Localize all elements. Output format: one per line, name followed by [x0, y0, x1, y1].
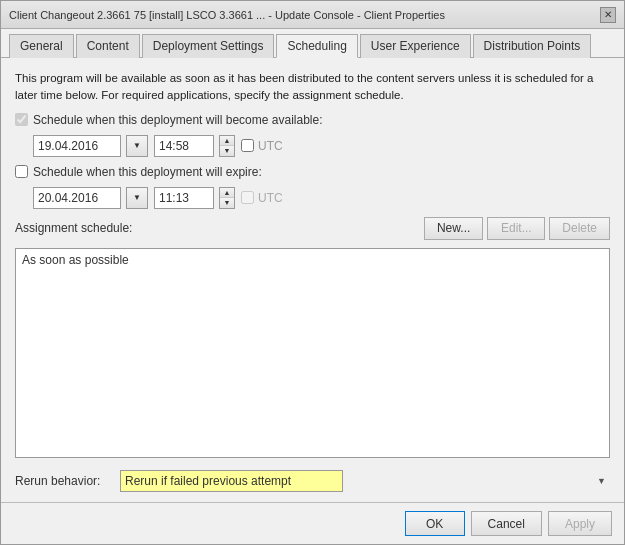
expire-time-down-icon[interactable]: ▼	[220, 198, 234, 208]
rerun-select[interactable]: Never rerun deployed program Always reru…	[120, 470, 343, 492]
expire-datetime-row: ▼ ▲ ▼ UTC	[15, 187, 610, 209]
tab-deployment-settings[interactable]: Deployment Settings	[142, 34, 275, 58]
expire-utc-label: UTC	[241, 191, 283, 205]
main-window: Client Changeout 2.3661 75 [install] LSC…	[0, 0, 625, 545]
window-title: Client Changeout 2.3661 75 [install] LSC…	[9, 9, 445, 21]
expire-schedule-label: Schedule when this deployment will expir…	[15, 165, 262, 179]
available-schedule-label: Schedule when this deployment will becom…	[15, 113, 323, 127]
available-utc-checkbox[interactable]	[241, 139, 254, 152]
expire-schedule-row: Schedule when this deployment will expir…	[15, 165, 610, 179]
delete-button[interactable]: Delete	[549, 217, 610, 240]
time-up-icon[interactable]: ▲	[220, 136, 234, 147]
available-date-dropdown[interactable]: ▼	[126, 135, 148, 157]
rerun-select-arrow-icon: ▼	[597, 476, 606, 486]
title-bar: Client Changeout 2.3661 75 [install] LSC…	[1, 1, 624, 29]
info-text: This program will be available as soon a…	[15, 70, 610, 105]
expire-time-up-icon[interactable]: ▲	[220, 188, 234, 199]
time-down-icon[interactable]: ▼	[220, 146, 234, 156]
expire-schedule-text: Schedule when this deployment will expir…	[33, 165, 262, 179]
apply-button[interactable]: Apply	[548, 511, 612, 536]
tabs-bar: General Content Deployment Settings Sche…	[1, 29, 624, 58]
expire-schedule-checkbox[interactable]	[15, 165, 28, 178]
available-schedule-row: Schedule when this deployment will becom…	[15, 113, 610, 127]
available-date-input[interactable]	[33, 135, 121, 157]
assignment-list: As soon as possible	[15, 248, 610, 459]
available-schedule-text: Schedule when this deployment will becom…	[33, 113, 323, 127]
edit-button[interactable]: Edit...	[487, 217, 545, 240]
tab-user-experience[interactable]: User Experience	[360, 34, 471, 58]
assignment-buttons: New... Edit... Delete	[424, 217, 610, 240]
available-time-input[interactable]	[154, 135, 214, 157]
tab-content[interactable]: Content	[76, 34, 140, 58]
tab-scheduling[interactable]: Scheduling	[276, 34, 357, 58]
rerun-row: Rerun behavior: Never rerun deployed pro…	[15, 470, 610, 492]
cancel-button[interactable]: Cancel	[471, 511, 542, 536]
rerun-select-wrapper: Never rerun deployed program Always reru…	[120, 470, 610, 492]
available-utc-text: UTC	[258, 139, 283, 153]
available-utc-label: UTC	[241, 139, 283, 153]
available-datetime-row: ▼ ▲ ▼ UTC	[15, 135, 610, 157]
footer-bar: OK Cancel Apply	[1, 502, 624, 544]
assignment-header: Assignment schedule: New... Edit... Dele…	[15, 217, 610, 240]
assignment-list-item: As soon as possible	[22, 253, 129, 267]
expire-time-input[interactable]	[154, 187, 214, 209]
expire-date-input[interactable]	[33, 187, 121, 209]
new-button[interactable]: New...	[424, 217, 483, 240]
assignment-label: Assignment schedule:	[15, 221, 132, 235]
expire-utc-checkbox[interactable]	[241, 191, 254, 204]
rerun-label: Rerun behavior:	[15, 474, 110, 488]
available-time-spinner[interactable]: ▲ ▼	[219, 135, 235, 157]
close-button[interactable]: ✕	[600, 7, 616, 23]
expire-date-dropdown[interactable]: ▼	[126, 187, 148, 209]
available-schedule-checkbox[interactable]	[15, 113, 28, 126]
content-area: This program will be available as soon a…	[1, 58, 624, 502]
expire-utc-text: UTC	[258, 191, 283, 205]
ok-button[interactable]: OK	[405, 511, 465, 536]
expire-time-spinner[interactable]: ▲ ▼	[219, 187, 235, 209]
tab-distribution-points[interactable]: Distribution Points	[473, 34, 592, 58]
tab-general[interactable]: General	[9, 34, 74, 58]
